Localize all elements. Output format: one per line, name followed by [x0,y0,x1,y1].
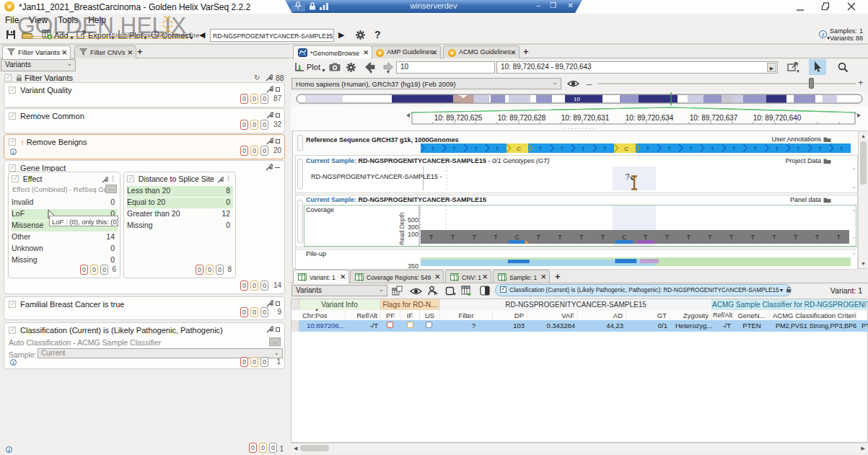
svg-text:C: C [517,146,521,152]
svg-text:T: T [538,146,542,152]
svg-text:T: T [431,146,434,152]
svg-text:10: 89,720,634: 10: 89,720,634 [626,114,674,122]
svg-text:T: T [451,234,455,241]
svg-text:T: T [667,146,671,152]
svg-text:T: T [797,146,800,152]
svg-text:T: T [665,234,670,241]
svg-text:T: T [644,234,648,241]
svg-text:T: T [603,146,607,152]
svg-text:T: T [818,146,822,152]
svg-text:T: T [708,234,712,241]
svg-text:Read Depth: Read Depth [398,212,405,245]
svg-text:T: T [558,234,562,241]
svg-text:T: T [452,146,456,152]
svg-text:T: T [794,234,798,241]
svg-text:T: T [815,234,820,241]
svg-text:T: T [579,234,584,241]
svg-text:T: T [836,234,841,241]
svg-text:10: 89,720,637: 10: 89,720,637 [690,114,738,122]
svg-text:T: T [772,234,776,241]
svg-text:T: T [473,234,477,241]
svg-text:T: T [496,146,499,152]
svg-text:T: T [711,146,714,152]
svg-text:10: 89,720,631: 10: 89,720,631 [561,114,610,122]
svg-text:T: T [689,146,693,152]
svg-text:10: 89,720,628: 10: 89,720,628 [498,114,546,122]
svg-text:T: T [582,146,585,152]
svg-text:T: T [474,146,478,152]
svg-text:C: C [514,234,520,241]
svg-text:T: T [601,234,605,241]
svg-text:T: T [429,234,434,241]
svg-text:10: 10 [574,96,580,102]
svg-text:T: T [840,146,843,152]
svg-text:C: C [624,146,628,152]
svg-text:10: 89,720,640: 10: 89,720,640 [753,114,802,122]
svg-text:T: T [646,146,649,152]
svg-text:T: T [732,146,736,152]
svg-text:C: C [622,234,627,241]
svg-text:T: T [537,234,541,241]
svg-text:T: T [775,146,779,152]
svg-text:350: 350 [408,262,418,270]
svg-text:T: T [687,234,691,241]
svg-text:T: T [494,234,498,241]
svg-text:T: T [751,234,755,241]
svg-text:10: 89,720,625: 10: 89,720,625 [434,114,483,122]
svg-text:T: T [753,146,757,152]
svg-text:T: T [560,146,564,152]
svg-text:T: T [729,234,734,241]
